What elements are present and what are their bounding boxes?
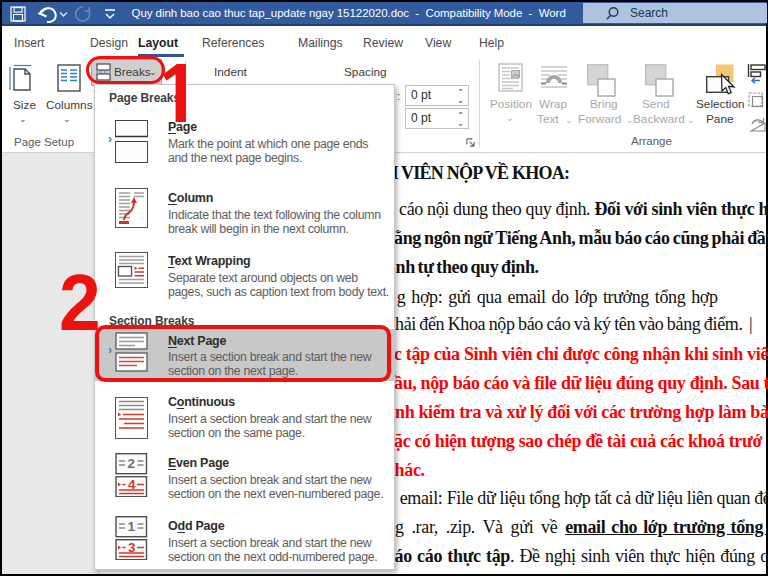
svg-text:2: 2: [59, 258, 101, 346]
svg-text:4: 4: [128, 477, 136, 492]
svg-text:1: 1: [128, 519, 136, 534]
svg-text:3: 3: [128, 540, 136, 555]
svg-text:2: 2: [128, 456, 136, 471]
